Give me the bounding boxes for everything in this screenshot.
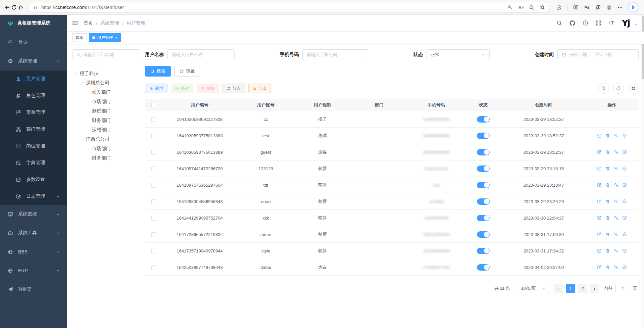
page-1[interactable]: 1 bbox=[566, 284, 575, 293]
sidebar-item-岗位管理[interactable]: 1岗位管理 bbox=[0, 138, 67, 154]
key-icon[interactable] bbox=[614, 216, 618, 220]
sidebar-item-首页[interactable]: 首页 bbox=[0, 33, 67, 52]
search-circle-button[interactable] bbox=[598, 83, 609, 94]
row-checkbox[interactable] bbox=[151, 265, 156, 270]
sidebar-item-用户管理[interactable]: 用户管理 bbox=[0, 71, 67, 87]
sidebar-item-系统监控[interactable]: 系统监控 bbox=[0, 205, 67, 224]
row-checkbox[interactable] bbox=[151, 117, 156, 122]
tree-node-测试部门[interactable]: 测试部门 bbox=[72, 106, 140, 116]
phone-input[interactable]: 请输入手机号码 bbox=[302, 49, 368, 60]
favorites-list-icon[interactable] bbox=[584, 5, 590, 10]
check-circle-icon[interactable] bbox=[622, 248, 627, 253]
row-checkbox[interactable] bbox=[151, 167, 156, 171]
tree-node-江西总公司[interactable]: 江西总公司 bbox=[72, 135, 140, 144]
key-icon[interactable] bbox=[614, 150, 618, 154]
prev-page-button[interactable]: ‹ bbox=[554, 284, 563, 293]
status-toggle[interactable] bbox=[477, 149, 490, 155]
tab-用户管理[interactable]: 用户管理× bbox=[89, 33, 121, 42]
more-dots-icon[interactable] bbox=[617, 5, 623, 10]
trash-icon[interactable] bbox=[605, 232, 610, 237]
breadcrumb-item[interactable]: 首页 bbox=[84, 20, 93, 26]
edit-icon[interactable] bbox=[597, 133, 602, 138]
edit-icon[interactable] bbox=[597, 216, 602, 220]
zoom-out-icon[interactable] bbox=[529, 5, 534, 10]
sidebar-item-BBS[interactable]: BBS bbox=[0, 242, 67, 261]
tree-expand-icon[interactable] bbox=[80, 138, 86, 141]
row-checkbox[interactable] bbox=[151, 232, 156, 237]
search-button[interactable]: 搜索 bbox=[145, 66, 171, 77]
edit-icon[interactable] bbox=[597, 150, 602, 154]
edit-icon[interactable] bbox=[597, 166, 602, 171]
sidebar-item-日志管理[interactable]: 日志管理 bbox=[0, 188, 67, 205]
search-icon[interactable] bbox=[556, 20, 562, 26]
tab-首页[interactable]: 首页 bbox=[72, 33, 87, 42]
question-icon[interactable]: ? bbox=[583, 20, 588, 26]
sidebar-item-菜单管理[interactable]: 菜单管理 bbox=[0, 104, 67, 121]
row-checkbox[interactable] bbox=[151, 150, 156, 155]
key-icon[interactable] bbox=[614, 133, 618, 138]
key-icon[interactable] bbox=[614, 199, 618, 204]
tree-node-深圳总公司[interactable]: 深圳总公司 bbox=[72, 78, 140, 88]
status-toggle[interactable] bbox=[477, 116, 490, 123]
新增-button[interactable]: 新增 bbox=[145, 84, 167, 93]
status-toggle[interactable] bbox=[477, 198, 490, 205]
trash-icon[interactable] bbox=[605, 166, 610, 171]
goto-page-input[interactable]: 1 bbox=[615, 284, 630, 293]
sidebar-item-Yi框架[interactable]: Yi框架 bbox=[0, 280, 67, 299]
tree-node-橙子科技[interactable]: 橙子科技 bbox=[72, 69, 140, 78]
修改-button[interactable]: 修改 bbox=[171, 84, 193, 93]
row-checkbox[interactable] bbox=[151, 199, 156, 204]
sidebar-item-系统工具[interactable]: 系统工具 bbox=[0, 224, 67, 242]
select-all-checkbox[interactable] bbox=[151, 103, 156, 107]
check-circle-icon[interactable] bbox=[622, 183, 627, 187]
status-select[interactable]: 正常 bbox=[427, 49, 490, 60]
check-circle-icon[interactable] bbox=[622, 166, 627, 171]
status-toggle[interactable] bbox=[477, 182, 490, 188]
status-toggle[interactable] bbox=[477, 166, 490, 172]
reset-button[interactable]: 重置 bbox=[174, 66, 200, 77]
home-icon[interactable] bbox=[18, 5, 23, 10]
refresh-icon[interactable] bbox=[11, 5, 17, 10]
check-circle-icon[interactable] bbox=[622, 199, 627, 204]
sidebar-item-参数设置[interactable]: 参数设置 bbox=[0, 171, 67, 188]
font-size-icon[interactable]: TT bbox=[609, 20, 614, 26]
check-circle-icon[interactable] bbox=[622, 265, 627, 270]
key-icon[interactable] bbox=[614, 248, 618, 253]
github-icon[interactable] bbox=[569, 20, 575, 26]
status-toggle[interactable] bbox=[477, 215, 490, 221]
page-size-select[interactable]: 10条/页 bbox=[515, 284, 549, 293]
extensions-icon[interactable] bbox=[556, 5, 561, 10]
refresh-circle-button[interactable] bbox=[613, 83, 624, 94]
fullscreen-icon[interactable] bbox=[596, 20, 601, 26]
status-toggle[interactable] bbox=[477, 133, 490, 139]
status-toggle[interactable] bbox=[477, 264, 490, 271]
date-range-picker[interactable]: 开始日期 - 结束日期 bbox=[557, 49, 639, 60]
tree-expand-icon[interactable] bbox=[80, 81, 86, 85]
tree-node-运维部门[interactable]: 运维部门 bbox=[72, 125, 140, 135]
close-tab-icon[interactable]: × bbox=[115, 36, 118, 40]
trash-icon[interactable] bbox=[605, 265, 610, 270]
sidebar-item-字典管理[interactable]: 字典管理 bbox=[0, 154, 67, 171]
导出-button[interactable]: 导出 bbox=[248, 84, 271, 93]
row-checkbox[interactable] bbox=[151, 183, 156, 188]
edit-icon[interactable] bbox=[597, 199, 602, 204]
copilot-icon[interactable]: b bbox=[629, 3, 638, 12]
check-circle-icon[interactable] bbox=[622, 133, 627, 138]
trash-icon[interactable] bbox=[605, 133, 610, 138]
删除-button[interactable]: 删除 bbox=[197, 84, 219, 93]
check-circle-icon[interactable] bbox=[622, 150, 627, 154]
sidebar-item-系统管理[interactable]: 系统管理 bbox=[0, 52, 67, 71]
profile-icon[interactable] bbox=[606, 5, 612, 10]
collections-icon[interactable] bbox=[595, 5, 601, 10]
star-plus-icon[interactable] bbox=[540, 5, 545, 10]
key-icon[interactable] bbox=[614, 232, 618, 237]
tree-expand-icon[interactable] bbox=[74, 72, 80, 75]
department-search-input[interactable]: 请输入部门名称 bbox=[72, 49, 140, 60]
edit-icon[interactable] bbox=[597, 248, 602, 253]
sidebar-item-角色管理[interactable]: 角色管理 bbox=[0, 87, 67, 104]
trash-icon[interactable] bbox=[605, 216, 610, 220]
key-icon[interactable] bbox=[507, 5, 513, 10]
trash-icon[interactable] bbox=[605, 150, 610, 154]
status-toggle[interactable] bbox=[477, 248, 490, 254]
sidebar-item-部门管理[interactable]: 部门管理 bbox=[0, 121, 67, 138]
